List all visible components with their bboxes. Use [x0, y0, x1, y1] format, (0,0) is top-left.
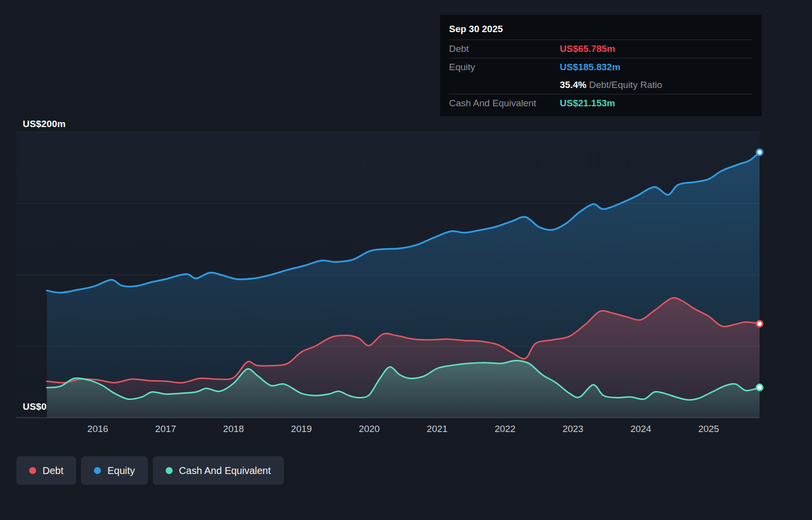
y-axis-label-zero: US$0 [23, 401, 46, 412]
x-axis-label-2025: 2025 [698, 424, 719, 434]
tooltip-debt-row: Debt US$65.785m [449, 40, 753, 58]
debt-equity-history-page: US$200m US$0 201620172018201920202021202… [0, 0, 812, 520]
tooltip-equity-value: US$185.832m [560, 62, 621, 73]
x-axis-label-2024: 2024 [631, 424, 651, 434]
x-axis-label-2023: 2023 [562, 424, 583, 434]
legend-item-equity[interactable]: Equity [81, 456, 148, 485]
tooltip-ratio-label: Debt/Equity Ratio [589, 80, 662, 90]
legend-equity-label: Equity [107, 465, 135, 477]
legend-cash-label: Cash And Equivalent [179, 465, 271, 477]
cash-dot-icon [166, 467, 173, 474]
x-axis-label-2016: 2016 [88, 424, 108, 434]
legend-item-debt[interactable]: Debt [16, 456, 76, 485]
y-axis-label-top: US$200m [23, 119, 66, 130]
tooltip-debt-label: Debt [449, 43, 560, 54]
x-axis-label-2020: 2020 [359, 424, 380, 434]
tooltip-card: Sep 30 2025 Debt US$65.785m Equity US$18… [440, 15, 762, 116]
tooltip-date: Sep 30 2025 [449, 20, 753, 40]
legend: Debt Equity Cash And Equivalent [16, 456, 284, 485]
tooltip-ratio-value-wrap: 35.4% Debt/Equity Ratio [560, 80, 662, 90]
x-axis-label-2021: 2021 [427, 424, 448, 434]
legend-item-cash[interactable]: Cash And Equivalent [153, 456, 284, 485]
tooltip-equity-row: Equity US$185.832m [449, 58, 753, 76]
x-axis-label-2019: 2019 [291, 424, 312, 434]
tooltip-cash-label: Cash And Equivalent [449, 98, 560, 109]
x-axis: 2016201720182019202020212022202320242025 [0, 424, 812, 438]
tooltip-cash-row: Cash And Equivalent US$21.153m [449, 94, 753, 112]
debt-dot-icon [29, 467, 36, 474]
legend-debt-label: Debt [43, 465, 63, 477]
x-axis-label-2022: 2022 [495, 424, 515, 434]
tooltip-debt-value: US$65.785m [560, 43, 615, 54]
tooltip-ratio-value: 35.4% [560, 80, 586, 90]
tooltip-equity-label: Equity [449, 62, 560, 73]
x-axis-label-2017: 2017 [155, 424, 176, 434]
tooltip-cash-value: US$21.153m [560, 98, 615, 109]
cash-and-equivalent-end-marker [757, 385, 763, 390]
tooltip-ratio-row: 35.4% Debt/Equity Ratio [449, 76, 753, 94]
equity-dot-icon [94, 467, 101, 474]
debt-end-marker [757, 321, 763, 327]
equity-end-marker [757, 149, 763, 155]
x-axis-label-2018: 2018 [223, 424, 244, 434]
